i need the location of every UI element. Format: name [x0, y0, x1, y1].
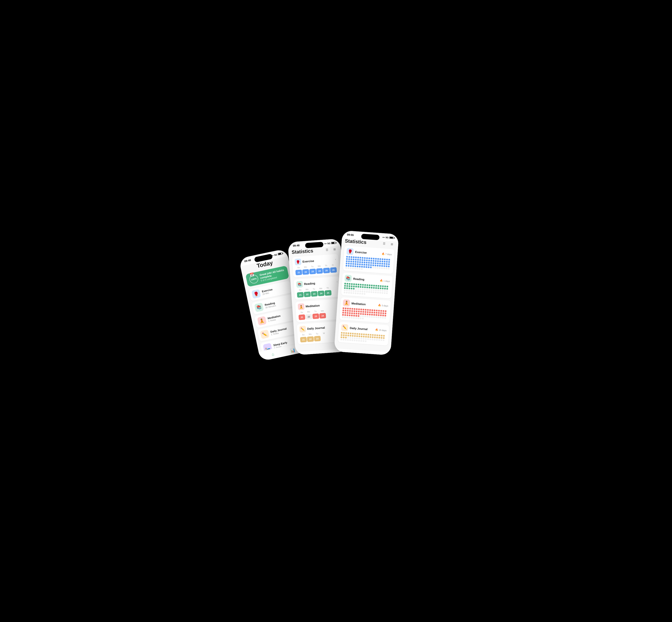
dot — [352, 292, 354, 294]
dot — [350, 256, 352, 258]
stat-habit-icon: 📚 — [296, 281, 303, 288]
dot — [349, 314, 350, 316]
dot — [356, 313, 357, 315]
dot — [351, 288, 352, 289]
dot — [360, 286, 361, 288]
dot — [348, 258, 350, 260]
dot — [364, 257, 366, 259]
dot — [362, 290, 363, 292]
dot — [386, 290, 388, 292]
dot — [358, 315, 359, 317]
dot — [344, 314, 346, 316]
dot — [344, 287, 346, 289]
day-label: We — [317, 287, 324, 290]
dot — [368, 257, 370, 259]
habit-stat-card[interactable]: 🧘 Meditation ‹ SuMoTuWe 21222324 — [295, 299, 342, 322]
dot — [376, 335, 378, 336]
dot — [360, 313, 362, 315]
dot-habit-icon: 🧘 — [343, 299, 350, 307]
day-cell: 24 — [317, 290, 324, 296]
day-label: Mo — [303, 288, 310, 290]
nav-chart-left[interactable]: 📊 — [290, 347, 296, 353]
dot — [345, 308, 347, 309]
dot — [346, 289, 348, 291]
dot — [377, 289, 379, 291]
list-view-btn-r[interactable]: ☰ — [381, 241, 387, 246]
dot — [362, 286, 364, 288]
list-view-btn[interactable]: ☰ — [324, 247, 330, 252]
dot — [353, 283, 355, 285]
dot — [346, 263, 347, 265]
habit-stat-card[interactable]: 🥊 Exercise ‹ SuMoTuWeThFr 212223242526 — [292, 254, 339, 278]
dot — [366, 291, 368, 293]
stats-screen-right: Statistics ☰ ⊞ 🥊 Exercise 🔥 7 days — [334, 238, 398, 355]
dot — [371, 312, 373, 313]
nav-home-left[interactable]: ⌂ — [271, 352, 275, 357]
dot — [362, 284, 364, 286]
habit-icon: 🧘 — [257, 316, 267, 325]
dot-grid-card[interactable]: 🧘 Meditation 🔥 5 days — [339, 297, 391, 323]
dot — [382, 317, 384, 319]
dot — [381, 261, 383, 263]
dot — [346, 283, 348, 285]
dot — [362, 313, 364, 315]
dot — [365, 266, 367, 268]
dot — [356, 311, 358, 312]
dot — [375, 289, 377, 291]
dot — [365, 311, 366, 313]
dot — [349, 337, 351, 339]
dot — [359, 261, 361, 263]
dot — [347, 337, 349, 339]
dot — [348, 290, 350, 291]
network-right: 5G — [385, 236, 389, 239]
nav-chart-right[interactable]: 📊 — [352, 352, 357, 355]
dot-habit-name: Exercise — [355, 250, 367, 254]
dot-grid-card[interactable]: 📚 Reading 🔥 1 days — [341, 273, 393, 299]
dot — [373, 285, 375, 286]
nav-home-mid[interactable]: ⌂ — [309, 354, 312, 355]
battery-left — [278, 252, 282, 255]
dot — [344, 283, 346, 284]
dot — [357, 286, 359, 288]
dot-grid-card[interactable]: 🥊 Exercise 🔥 7 days — [343, 246, 395, 274]
day-label: We — [316, 265, 323, 267]
dot — [360, 317, 361, 319]
dot — [345, 265, 347, 267]
dot — [374, 267, 376, 269]
dot — [372, 262, 374, 264]
dot-grid-card[interactable]: ✏️ Daily Journal 🔥 15 days — [338, 322, 389, 346]
nav-profile-right[interactable]: 👤 — [377, 354, 382, 355]
dot — [378, 335, 380, 337]
dot — [370, 260, 372, 262]
dot — [386, 288, 388, 290]
day-label: Th — [324, 286, 331, 289]
dot-habit-icon: 📚 — [344, 275, 352, 282]
dot — [357, 261, 359, 263]
day-cell: 22 — [307, 336, 314, 342]
nav-chart-mid[interactable]: 📊 — [330, 352, 335, 355]
dot — [379, 265, 381, 267]
dot — [370, 262, 372, 264]
grid-view-btn[interactable]: ⊞ — [331, 247, 338, 252]
dot — [351, 308, 353, 310]
habit-stat-card[interactable]: 📚 Reading ‹ SuMoTuWeTh 2122232425 — [294, 276, 341, 300]
dot — [346, 292, 348, 293]
dot — [357, 266, 358, 267]
dot — [361, 334, 363, 335]
nav-home-right[interactable]: ⌂ — [341, 352, 344, 355]
grid-view-btn-r[interactable]: ⊞ — [389, 242, 395, 246]
nav-gift-right[interactable]: 🎁 — [364, 353, 370, 355]
time-left: 09:48 — [244, 258, 251, 263]
dot — [381, 292, 383, 294]
stats-title-mid: Statistics — [292, 248, 313, 255]
calendar-icon[interactable]: 📅 — [249, 272, 255, 277]
dot — [370, 289, 372, 291]
dot — [347, 339, 349, 341]
dot — [355, 283, 357, 285]
dot — [388, 266, 390, 267]
dot-habit-name: Meditation — [351, 302, 366, 306]
dot — [344, 285, 346, 287]
dot — [351, 315, 353, 316]
dot — [359, 268, 360, 270]
dot — [373, 316, 375, 318]
